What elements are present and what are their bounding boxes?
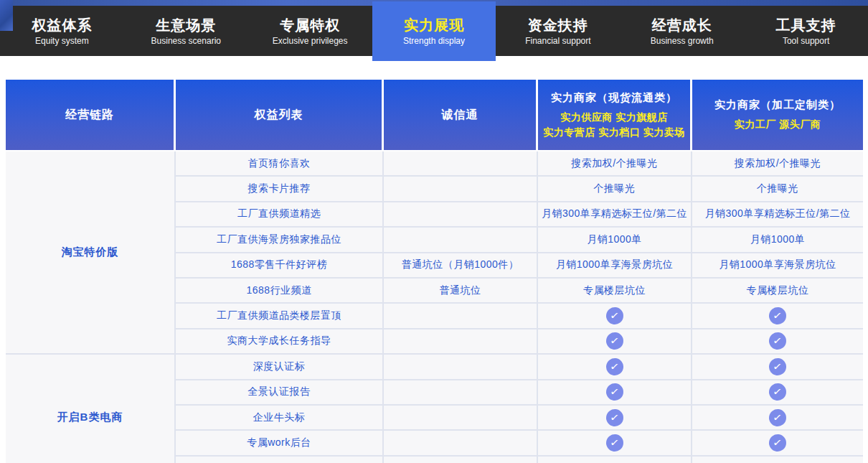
spot-merchant-cell: 专属楼层坑位 bbox=[538, 279, 692, 304]
spot-merchant-cell: ✓ bbox=[538, 355, 692, 380]
check-icon: ✓ bbox=[605, 306, 624, 325]
spot-merchant-cell: 月销1000单 bbox=[538, 228, 692, 253]
group-label-taobao-tejiaban: 淘宝特价版 bbox=[6, 151, 176, 355]
header-benefit-list: 权益列表 bbox=[176, 80, 384, 151]
custom-merchant-cell: 搜索加权/个推曝光 bbox=[692, 151, 863, 177]
custom-merchant-cell bbox=[692, 457, 863, 463]
benefit-cell: 1688零售千件好评榜 bbox=[176, 253, 384, 279]
table-row: 开启B类电商 深度认证标 ✓ ✓ bbox=[6, 355, 863, 380]
nav-tab-label-en: Exclusive privileges bbox=[273, 36, 348, 46]
custom-merchant-cell: 个推曝光 bbox=[692, 177, 863, 202]
check-icon: ✓ bbox=[605, 433, 624, 452]
nav-tab-label-en: Strength display bbox=[403, 36, 465, 46]
benefit-cell: 1688行业频道 bbox=[176, 279, 384, 304]
benefit-cell: 工厂直供频道精选 bbox=[176, 202, 384, 228]
chengxintong-cell bbox=[384, 431, 538, 456]
header-title: 实力商家（加工定制类） bbox=[692, 98, 863, 112]
benefit-cell bbox=[176, 457, 384, 463]
chengxintong-cell bbox=[384, 177, 538, 202]
spot-merchant-cell bbox=[538, 457, 692, 463]
header-strength-merchant-spot: 实力商家（现货流通类） 实力供应商 实力旗舰店 实力专营店 实力档口 实力卖场 bbox=[538, 80, 692, 151]
chengxintong-cell bbox=[384, 329, 538, 355]
spot-merchant-cell: ✓ bbox=[538, 431, 692, 456]
custom-merchant-cell: ✓ bbox=[692, 329, 863, 355]
chengxintong-cell bbox=[384, 304, 538, 329]
custom-merchant-cell: 专属楼层坑位 bbox=[692, 279, 863, 304]
spot-merchant-cell: 个推曝光 bbox=[538, 177, 692, 202]
nav-tab-financial-support[interactable]: 资金扶持 Financial support bbox=[496, 6, 620, 56]
nav-tab-equity-system[interactable]: 权益体系 Equity system bbox=[0, 6, 124, 56]
benefit-cell: 工厂直供海景房独家推品位 bbox=[176, 228, 384, 253]
custom-merchant-cell: ✓ bbox=[692, 380, 863, 406]
nav-tab-label-zh: 资金扶持 bbox=[528, 17, 588, 34]
chengxintong-cell bbox=[384, 380, 538, 406]
nav-tab-business-growth[interactable]: 经营成长 Business growth bbox=[620, 6, 744, 56]
custom-merchant-cell: ✓ bbox=[692, 406, 863, 431]
chengxintong-cell bbox=[384, 202, 538, 228]
nav-tab-label-en: Financial support bbox=[525, 36, 590, 46]
header-title: 实力商家（现货流通类） bbox=[538, 90, 690, 105]
nav-tab-business-scenario[interactable]: 生意场景 Business scenario bbox=[124, 6, 248, 56]
chengxintong-cell bbox=[384, 151, 538, 177]
nav-tab-label-en: Business scenario bbox=[151, 36, 221, 46]
nav-tab-label-zh: 实力展现 bbox=[404, 17, 464, 34]
spot-merchant-cell: 月销300单享精选标王位/第二位 bbox=[538, 202, 692, 228]
header-chengxintong: 诚信通 bbox=[384, 80, 538, 151]
benefit-cell: 企业牛头标 bbox=[176, 406, 384, 431]
nav-tab-exclusive-privileges[interactable]: 专属特权 Exclusive privileges bbox=[248, 6, 372, 56]
check-icon: ✓ bbox=[768, 332, 787, 351]
check-icon: ✓ bbox=[605, 408, 624, 427]
nav-tab-label-zh: 工具支持 bbox=[776, 17, 836, 34]
page: 权益体系 Equity system 生意场景 Business scenari… bbox=[0, 0, 868, 463]
check-icon: ✓ bbox=[605, 357, 624, 376]
header-subtitle: 实力专营店 实力档口 实力卖场 bbox=[538, 125, 690, 140]
benefit-cell: 专属work后台 bbox=[176, 431, 384, 456]
chengxintong-cell bbox=[384, 228, 538, 253]
top-navigation: 权益体系 Equity system 生意场景 Business scenari… bbox=[0, 6, 868, 56]
nav-tab-label-en: Tool support bbox=[783, 36, 829, 46]
table-row: 淘宝特价版 首页猜你喜欢 搜索加权/个推曝光 搜索加权/个推曝光 bbox=[6, 151, 863, 177]
check-icon: ✓ bbox=[768, 383, 787, 402]
spot-merchant-cell: ✓ bbox=[538, 329, 692, 355]
custom-merchant-cell: 月销1000单享海景房坑位 bbox=[692, 253, 863, 279]
header-strength-merchant-custom: 实力商家（加工定制类） 实力工厂 源头厂商 bbox=[692, 80, 863, 151]
header-subtitle: 实力工厂 源头厂商 bbox=[692, 117, 863, 132]
chengxintong-cell bbox=[384, 406, 538, 431]
table-header-row: 经营链路 权益列表 诚信通 实力商家（现货流通类） 实力供应商 实力旗舰店 实力… bbox=[6, 80, 863, 151]
benefit-cell: 深度认证标 bbox=[176, 355, 384, 380]
chengxintong-cell: 普通坑位（月销1000件） bbox=[384, 253, 538, 279]
custom-merchant-cell: ✓ bbox=[692, 355, 863, 380]
chengxintong-cell bbox=[384, 355, 538, 380]
spot-merchant-cell: ✓ bbox=[538, 304, 692, 329]
spot-merchant-cell: ✓ bbox=[538, 380, 692, 406]
custom-merchant-cell: 月销1000单 bbox=[692, 228, 863, 253]
benefit-cell: 全景认证报告 bbox=[176, 380, 384, 406]
custom-merchant-cell: ✓ bbox=[692, 304, 863, 329]
check-icon: ✓ bbox=[768, 306, 787, 325]
benefit-cell: 首页猜你喜欢 bbox=[176, 151, 384, 177]
check-icon: ✓ bbox=[605, 383, 624, 402]
chengxintong-cell bbox=[384, 457, 538, 463]
check-icon: ✓ bbox=[768, 357, 787, 376]
group-label-b2b-ecommerce: 开启B类电商 bbox=[6, 355, 176, 463]
nav-tab-label-zh: 生意场景 bbox=[156, 17, 216, 34]
nav-tab-label-zh: 权益体系 bbox=[32, 17, 92, 34]
benefit-cell: 实商大学成长任务指导 bbox=[176, 329, 384, 355]
nav-tab-label-en: Business growth bbox=[651, 36, 714, 46]
header-business-chain: 经营链路 bbox=[6, 80, 176, 151]
nav-tab-tool-support[interactable]: 工具支持 Tool support bbox=[744, 6, 868, 56]
check-icon: ✓ bbox=[605, 332, 624, 351]
nav-tab-label-zh: 专属特权 bbox=[280, 17, 340, 34]
chengxintong-cell: 普通坑位 bbox=[384, 279, 538, 304]
header-subtitle: 实力供应商 实力旗舰店 bbox=[538, 110, 690, 125]
nav-tab-label-zh: 经营成长 bbox=[652, 17, 712, 34]
spot-merchant-cell: 搜索加权/个推曝光 bbox=[538, 151, 692, 177]
nav-tab-strength-display-active[interactable]: 实力展现 Strength display bbox=[372, 1, 496, 61]
check-icon: ✓ bbox=[768, 408, 787, 427]
benefits-comparison-table: 经营链路 权益列表 诚信通 实力商家（现货流通类） 实力供应商 实力旗舰店 实力… bbox=[6, 80, 863, 463]
custom-merchant-cell: 月销300单享精选标王位/第二位 bbox=[692, 202, 863, 228]
benefit-cell: 工厂直供频道品类楼层置顶 bbox=[176, 304, 384, 329]
custom-merchant-cell: ✓ bbox=[692, 431, 863, 456]
spot-merchant-cell: 月销1000单享海景房坑位 bbox=[538, 253, 692, 279]
check-icon: ✓ bbox=[768, 433, 787, 452]
